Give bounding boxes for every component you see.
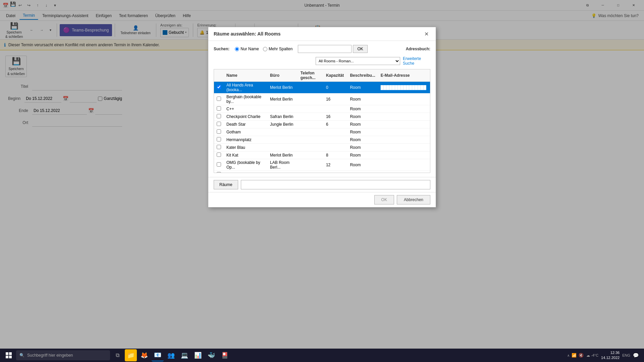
modal-action-row: OK Abbrechen bbox=[208, 192, 436, 207]
network-icon[interactable]: 📶 bbox=[572, 353, 577, 358]
table-row[interactable]: Hermannplatz Room bbox=[214, 136, 430, 144]
adressbuch-select[interactable]: All Rooms - Roman... bbox=[316, 57, 400, 65]
start-button[interactable] bbox=[3, 349, 15, 361]
adressbuch-label: Adressbuch: bbox=[406, 47, 430, 51]
room-name: Kater Blau bbox=[224, 144, 267, 152]
row-checkbox[interactable] bbox=[217, 85, 221, 89]
table-header-row: Name Büro Telefon gesch... Kapazität Bes… bbox=[214, 69, 430, 82]
room-name: Death Star bbox=[224, 121, 267, 128]
col-telefon-header[interactable]: Telefon gesch... bbox=[298, 69, 323, 82]
row-checkbox[interactable] bbox=[217, 97, 221, 101]
powerpoint-icon: 📊 bbox=[194, 352, 202, 359]
nur-name-option[interactable]: Nur Name bbox=[235, 47, 259, 51]
room-telefon bbox=[298, 144, 323, 152]
taskbar-file-explorer[interactable]: 📁 bbox=[125, 349, 137, 361]
room-name: Hermannplatz bbox=[224, 136, 267, 144]
misc-icon: 🎴 bbox=[221, 352, 228, 359]
room-email: ████████████████ bbox=[378, 82, 430, 94]
col-email-header[interactable]: E-Mail-Adresse bbox=[378, 69, 430, 82]
modal-abbrechen-button[interactable]: Abbrechen bbox=[397, 195, 430, 204]
room-email bbox=[378, 128, 430, 136]
table-row[interactable]: Python Laguna Berlin 8 Room bbox=[214, 171, 430, 173]
room-email bbox=[378, 159, 430, 171]
modal-ok-button[interactable]: OK bbox=[374, 195, 394, 204]
table-row[interactable]: OMG (bookable by Op... LAB Room Berl... … bbox=[214, 159, 430, 171]
table-row[interactable]: Berghain (bookable by... Merlot Berlin 1… bbox=[214, 94, 430, 105]
clock-time: 12:36 bbox=[601, 350, 620, 355]
col-name-header[interactable]: Name bbox=[224, 69, 267, 82]
room-kapazitaet: 6 bbox=[323, 121, 347, 128]
row-checkbox[interactable] bbox=[217, 172, 221, 173]
table-row[interactable]: All Hands Area (booka... Merlot Berlin 0… bbox=[214, 82, 430, 94]
tray-expand-icon[interactable]: ∧ bbox=[567, 354, 570, 357]
system-time[interactable]: 12:36 14.12.2022 bbox=[601, 350, 620, 361]
firefox-icon: 🦊 bbox=[141, 352, 148, 359]
taskbar-search-icon: 🔍 bbox=[19, 353, 24, 358]
room-beschreibung: Room bbox=[347, 136, 378, 144]
teams-taskbar-icon: 👥 bbox=[167, 352, 175, 359]
row-checkbox[interactable] bbox=[217, 162, 221, 167]
table-row[interactable]: Kit Kat Merlot Berlin 8 Room bbox=[214, 152, 430, 159]
row-checkbox-cell bbox=[214, 136, 224, 144]
taskbar-firefox[interactable]: 🦊 bbox=[138, 349, 150, 361]
task-view-icon: ⧉ bbox=[116, 352, 119, 358]
table-row[interactable]: Kater Blau Room bbox=[214, 144, 430, 152]
weather-temp: ☁ -4°C bbox=[586, 353, 598, 358]
task-view-button[interactable]: ⧉ bbox=[111, 349, 123, 361]
modal-close-button[interactable]: ✕ bbox=[422, 30, 430, 38]
room-select-dialog: Räume auswählen: All Rooms ✕ Suchen: Nur… bbox=[208, 27, 436, 207]
room-name: Gotham bbox=[224, 128, 267, 136]
system-tray: ∧ 📶 🔇 ☁ -4°C 12:36 14.12.2022 ENG 💬 bbox=[565, 350, 641, 361]
row-checkbox[interactable] bbox=[217, 153, 221, 157]
tray-icons: ∧ 📶 🔇 bbox=[567, 353, 584, 358]
room-beschreibung: Room bbox=[347, 171, 378, 173]
modal-search-input[interactable] bbox=[298, 45, 352, 53]
erweiterte-suche-link[interactable]: Erweiterte Suche bbox=[403, 56, 430, 66]
taskbar-docker[interactable]: 🐳 bbox=[205, 349, 217, 361]
notification-button[interactable]: 💬 bbox=[633, 353, 639, 358]
room-name: All Hands Area (booka... bbox=[224, 82, 267, 94]
row-checkbox[interactable] bbox=[217, 122, 221, 126]
row-checkbox[interactable] bbox=[217, 129, 221, 134]
mehr-spalten-option[interactable]: Mehr Spalten bbox=[263, 47, 292, 51]
room-kapazitaet: 0 bbox=[323, 82, 347, 94]
room-email bbox=[378, 105, 430, 113]
row-checkbox[interactable] bbox=[217, 106, 221, 111]
modal-abbrechen-label: Abbrechen bbox=[404, 197, 423, 202]
room-telefon bbox=[298, 128, 323, 136]
room-telefon bbox=[298, 94, 323, 105]
mehr-spalten-radio[interactable] bbox=[263, 47, 267, 51]
taskbar-powerpoint[interactable]: 📊 bbox=[192, 349, 204, 361]
taskbar-misc[interactable]: 🎴 bbox=[219, 349, 231, 361]
table-row[interactable]: Death Star Jungle Berlin 6 Room bbox=[214, 121, 430, 128]
taskbar-vscode[interactable]: 💻 bbox=[178, 349, 191, 361]
room-beschreibung: Room bbox=[347, 105, 378, 113]
sound-icon[interactable]: 🔇 bbox=[579, 353, 584, 358]
taskbar-search[interactable]: 🔍 Suchbegriff hier eingeben bbox=[16, 350, 110, 360]
row-checkbox[interactable] bbox=[217, 114, 221, 118]
col-kapazitaet-header[interactable]: Kapazität bbox=[323, 69, 347, 82]
table-row[interactable]: Gotham Room bbox=[214, 128, 430, 136]
table-row[interactable]: Checkpoint Charlie Safran Berlin 16 Room bbox=[214, 113, 430, 121]
row-checkbox-cell bbox=[214, 105, 224, 113]
clock-date: 14.12.2022 bbox=[601, 355, 620, 360]
room-beschreibung: Room bbox=[347, 121, 378, 128]
room-telefon bbox=[298, 136, 323, 144]
modal-search-ok-button[interactable]: OK bbox=[353, 45, 367, 53]
room-table-container[interactable]: Name Büro Telefon gesch... Kapazität Bes… bbox=[214, 69, 430, 173]
col-beschreibung-header[interactable]: Beschreibu... bbox=[347, 69, 378, 82]
raeume-text-input[interactable] bbox=[241, 180, 430, 189]
room-kapazitaet bbox=[323, 128, 347, 136]
nur-name-radio[interactable] bbox=[235, 47, 239, 51]
taskbar-teams[interactable]: 👥 bbox=[165, 349, 177, 361]
row-checkbox[interactable] bbox=[217, 145, 221, 149]
table-row[interactable]: C++ Room bbox=[214, 105, 430, 113]
row-checkbox[interactable] bbox=[217, 137, 221, 141]
room-kapazitaet bbox=[323, 144, 347, 152]
raeume-button[interactable]: Räume bbox=[214, 180, 238, 189]
col-buero-header[interactable]: Büro bbox=[267, 69, 298, 82]
taskbar-outlook[interactable]: 📧 bbox=[152, 349, 164, 361]
language-indicator[interactable]: ENG bbox=[622, 353, 630, 357]
raeume-label: Räume bbox=[219, 182, 232, 187]
room-telefon bbox=[298, 159, 323, 171]
